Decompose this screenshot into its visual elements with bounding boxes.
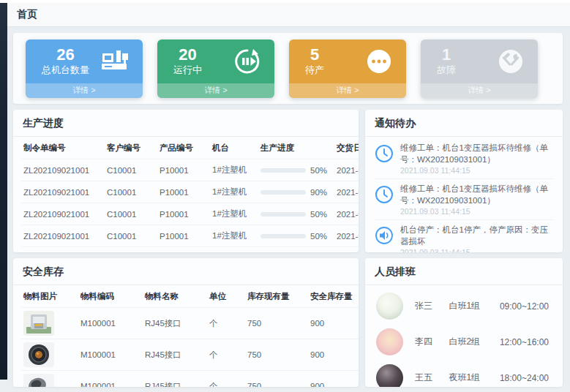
item-safety-cell: 900 [308, 371, 359, 388]
customer-no-cell: C10001 [105, 181, 157, 203]
running-value: 20 [173, 45, 202, 64]
sidebar-edge[interactable] [0, 3, 7, 380]
order-no-cell: ZL202109021001 [21, 181, 105, 203]
delivery-date-cell: 2021-09-10 [334, 159, 359, 181]
shift-group: 白班2组 [449, 336, 500, 348]
shift-time: 09:00~12:00 [500, 301, 552, 312]
schedule-row: 王五夜班1组18:00~24:00 [376, 360, 552, 387]
shift-group: 白班1组 [449, 300, 500, 312]
col-safety-qty: 安全库存量 [308, 285, 359, 308]
delivery-date-cell: 2021-09-10 [334, 203, 359, 225]
person-name: 李四 [415, 336, 449, 348]
item-unit-cell: 个 [207, 371, 245, 388]
order-no-cell: ZL202109021001 [21, 247, 105, 253]
product-no-cell: P10001 [157, 203, 210, 225]
item-stock-cell: 750 [245, 371, 308, 388]
notification-text: 维修工单：机台1变压器损坏待维修（单号：WX202109031001） [400, 184, 553, 206]
col-item-code: 物料编码 [78, 285, 143, 308]
item-code-cell: M100001 [78, 308, 143, 339]
item-safety-cell: 900 [308, 308, 359, 339]
progress-percent: 90% [310, 188, 327, 197]
progress-bar [260, 168, 306, 173]
col-machine: 机台 [210, 137, 258, 159]
production-table-row: ZL202109021001C10001P100011#注塑机90%2021-0… [21, 181, 359, 203]
item-image-cell [21, 371, 78, 388]
stat-card-total-machines[interactable]: 26 总机台数量 [26, 39, 143, 98]
shift-group: 夜班1组 [449, 372, 500, 384]
notifications-title: 通知待办 [365, 110, 563, 137]
progress-cell: 50% [258, 159, 334, 181]
total-machines-value: 26 [42, 45, 89, 64]
total-machines-detail-link[interactable]: 详情 > [26, 83, 143, 98]
col-customer-no: 客户编号 [105, 137, 157, 159]
avatar [376, 328, 403, 355]
production-progress-title: 生产进度 [13, 110, 359, 137]
item-stock-cell: 750 [245, 308, 308, 339]
tab-bar: 首页 [7, 3, 570, 27]
running-detail-link[interactable]: 详情 > [157, 83, 274, 98]
fault-detail-link[interactable]: 详情 > [421, 83, 538, 98]
item-name-cell: RJ45接口 [143, 371, 207, 388]
inventory-header-row: 物料图片 物料编码 物料名称 单位 库存现有量 安全库存量 [21, 285, 359, 308]
progress-percent: 50% [310, 166, 327, 175]
delivery-date-cell: 2021-09-10 [334, 181, 359, 203]
item-unit-cell: 个 [207, 339, 245, 371]
notification-item[interactable]: 维修工单：机台1变压器损坏待维修（单号：WX202109031001）2021.… [375, 138, 553, 179]
notification-timestamp: 2021.09.03 11:44:15 [400, 166, 553, 175]
stat-card-running[interactable]: 20 运行中 详情 > [157, 39, 274, 98]
product-no-cell: P10001 [157, 225, 210, 247]
stat-card-pending[interactable]: 5 待产 详情 > [289, 39, 406, 98]
running-label: 运行中 [173, 64, 202, 77]
stat-card-text: 1 故障 [437, 45, 456, 77]
personnel-schedule-panel: 人员排班 张三白班1组09:00~12:00李四白班2组12:00~16:00王… [365, 258, 563, 387]
progress-cell: 50% [258, 247, 334, 253]
production-table-row: ZL202109021001C10001P100011#注塑机50%2021-0… [21, 159, 359, 181]
clock-icon [375, 184, 394, 216]
tools-icon [497, 48, 525, 75]
running-icon [233, 48, 261, 75]
production-table-row: ZL202109021001C10001P100011#注塑机50%2021-0… [21, 247, 359, 253]
total-machines-label: 总机台数量 [42, 64, 89, 77]
progress-bar [260, 212, 306, 216]
machine-cell: 1#注塑机 [210, 225, 258, 247]
pending-detail-link[interactable]: 详情 > [289, 83, 406, 98]
progress-percent: 50% [310, 210, 327, 219]
person-name: 王五 [415, 372, 449, 384]
machine-cell: 1#注塑机 [210, 181, 258, 203]
production-progress-panel: 生产进度 制令单编号 客户编号 产品编号 机台 生产进度 交货日期 ZL2021… [13, 110, 359, 252]
notification-text: 维修工单：机台1变压器损坏待维修（单号：WX202109031001） [400, 143, 553, 165]
shift-time: 18:00~24:00 [500, 373, 552, 383]
schedule-row: 李四白班2组12:00~16:00 [376, 324, 552, 360]
notification-item[interactable]: 机台停产：机台1停产，停产原因：变压器损坏2021.09.03 11:44:15 [375, 220, 553, 252]
shift-time: 12:00~16:00 [500, 337, 552, 347]
progress-bar [260, 234, 306, 238]
order-no-cell: ZL202109021001 [21, 159, 105, 181]
inventory-table: 物料图片 物料编码 物料名称 单位 库存现有量 安全库存量 M100001RJ4… [21, 285, 359, 387]
customer-no-cell: C10001 [105, 247, 157, 253]
col-stock-qty: 库存现有量 [245, 285, 308, 308]
notification-timestamp: 2021.09.03 11:44:15 [400, 207, 553, 216]
notification-text: 机台停产：机台1停产，停产原因：变压器损坏 [400, 225, 553, 247]
stat-card-body: 26 总机台数量 [26, 39, 143, 83]
stat-card-fault[interactable]: 1 故障 详情 > [421, 39, 538, 98]
schedule-row: 张三白班1组09:00~12:00 [376, 288, 552, 324]
stat-card-body: 1 故障 [421, 39, 538, 83]
item-name-cell: RJ45接口 [143, 339, 207, 371]
tab-home[interactable]: 首页 [17, 8, 37, 21]
item-image-cell [21, 339, 78, 371]
product-no-cell: P10001 [157, 181, 210, 203]
notification-item[interactable]: 维修工单：机台1变压器损坏待维修（单号：WX202109031001）2021.… [375, 179, 553, 220]
col-delivery-date: 交货日期 [334, 137, 359, 159]
col-progress: 生产进度 [258, 137, 334, 159]
col-unit: 单位 [207, 285, 245, 308]
order-no-cell: ZL202109021001 [21, 203, 105, 225]
stat-card-body: 5 待产 [289, 39, 406, 83]
item-image-cell [21, 308, 78, 339]
safety-stock-title: 安全库存 [13, 258, 359, 285]
ellipsis-icon [365, 48, 393, 75]
item-stock-cell: 750 [245, 339, 308, 371]
machine-cell: 1#注塑机 [210, 203, 258, 225]
stat-card-text: 5 待产 [305, 45, 324, 77]
item-code-cell: M100001 [78, 339, 143, 371]
item-code-cell: M100001 [78, 371, 143, 388]
